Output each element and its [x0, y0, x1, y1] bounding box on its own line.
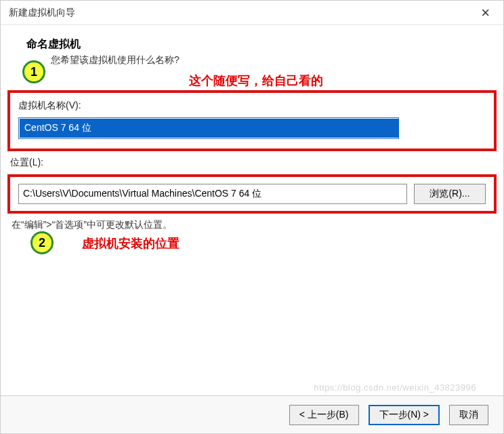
wizard-window: 新建虚拟机向导 × 命名虚拟机 您希望该虚拟机使用什么名称? 1 这个随便写，给…	[0, 0, 504, 434]
default-location-hint: 在“编辑”>“首选项”中可更改默认位置。	[12, 219, 497, 231]
window-title: 新建虚拟机向导	[9, 7, 75, 19]
annotation-note-2: 虚拟机安装的位置	[82, 235, 180, 252]
annotation-bullet-1: 1	[22, 60, 45, 83]
close-icon[interactable]: ×	[476, 3, 495, 23]
titlebar: 新建虚拟机向导 ×	[1, 1, 503, 25]
back-button[interactable]: < 上一步(B)	[289, 405, 359, 425]
location-row: C:\Users\V\Documents\Virtual Machines\Ce…	[18, 184, 486, 204]
wizard-heading: 命名虚拟机	[26, 37, 497, 52]
location-section-highlight: C:\Users\V\Documents\Virtual Machines\Ce…	[7, 174, 497, 214]
vm-name-input[interactable]: CentOS 7 64 位	[20, 119, 399, 138]
annotation-bullet-2: 2	[30, 231, 54, 254]
content-area: 虚拟机名称(V): CentOS 7 64 位 位置(L): C:\Users\…	[7, 90, 497, 231]
location-label: 位置(L):	[10, 157, 497, 169]
cancel-button[interactable]: 取消	[449, 405, 488, 425]
name-section-highlight: 虚拟机名称(V): CentOS 7 64 位	[7, 90, 497, 151]
wizard-subheading: 您希望该虚拟机使用什么名称?	[51, 54, 497, 66]
watermark-text: https://blog.csdn.net/weixin_43823996	[314, 382, 476, 393]
vm-name-input-wrapper: CentOS 7 64 位	[18, 117, 399, 139]
wizard-header: 命名虚拟机 您希望该虚拟机使用什么名称?	[1, 25, 503, 71]
location-input[interactable]: C:\Users\V\Documents\Virtual Machines\Ce…	[18, 184, 407, 204]
next-button[interactable]: 下一步(N) >	[369, 405, 440, 425]
annotation-note-1: 这个随便写，给自己看的	[189, 73, 323, 89]
wizard-footer: < 上一步(B) 下一步(N) > 取消	[1, 395, 503, 433]
vm-name-label: 虚拟机名称(V):	[18, 100, 486, 112]
browse-button[interactable]: 浏览(R)...	[414, 184, 486, 204]
